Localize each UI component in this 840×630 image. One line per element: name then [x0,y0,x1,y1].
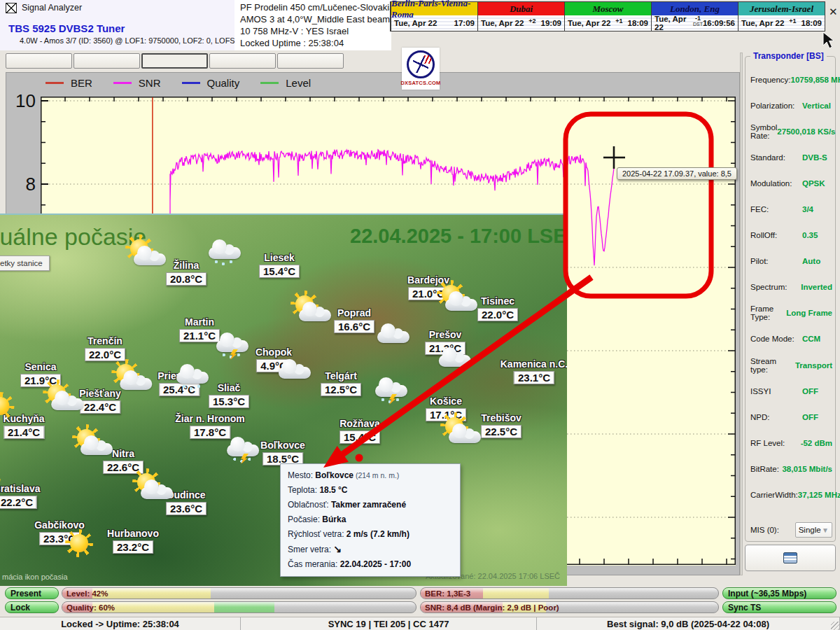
chart-legend: BER SNR Quality Level [46,77,311,89]
info-line-dish: PF Prodelin 450 cm/Lučenec-Slovakia [240,1,391,13]
map-town[interactable]: Prešov 21.3°C [425,329,465,355]
device-subtitle: 4.0W - Amos 3/7 (ID: 3560) @ LOF1: 97500… [20,36,251,45]
resize-grip[interactable] [831,622,839,630]
map-town[interactable]: Nitra 22.6°C [103,448,144,474]
clock-body: Tue, Apr 22 -1 DST 16:09:56 [652,15,738,31]
map-town[interactable]: Liesek 15.4°C [259,252,300,278]
map-town[interactable]: Bratislava 22.2°C [0,483,40,509]
town-name: Hurbanovo [107,528,159,539]
clock-panel: Dubai Tue, Apr 22 +2 19:09 [477,2,564,31]
transponder-row: FEC: 3/4 [750,196,832,222]
sync-ts-indicator: Sync TS [722,601,836,613]
map-town[interactable]: Senica 21.9°C [20,361,61,387]
station-info-row: Mesto: Boľkovce (214 m n. m.) [288,468,453,483]
clock-time: 16:09:56 [703,19,735,27]
town-temperature: 23.3°C [39,532,80,545]
town-temperature: 22.0°C [85,348,125,361]
panel-splitter[interactable] [740,52,743,575]
map-town[interactable]: Martin 21.1°C [179,316,220,342]
dxsatcs-logo: DXSATCS.COM [402,48,440,90]
map-town[interactable]: Telgárt 12.5°C [321,370,361,396]
map-town[interactable]: Gabčíkovo 23.3°C [34,519,85,545]
map-town[interactable]: Dudince 23.6°C [166,489,206,515]
transponder-label: Stream type: [750,357,795,374]
town-temperature: 17.1°C [426,408,466,421]
clock-panel: Jerusalem-Israel Tue, Apr 22 +1 18:09 [738,2,825,31]
clock-date: Tue, Apr 22 [394,19,437,27]
town-name: Bardejov [407,274,449,286]
map-town[interactable]: Chopok 4.9°C [255,346,292,372]
clock-panel: London, Eng Tue, Apr 22 -1 DST 16:09:56 [651,2,738,31]
clocks-close-button[interactable]: ✕ [829,6,838,18]
chart-tooltip: 2025-04-22 17.09.37, value: 8,5 [617,167,737,180]
map-town[interactable]: Kamenica n.C. 23.1°C [500,358,567,384]
map-town[interactable]: Prievidza 25.4°C [158,370,200,396]
map-town[interactable]: Tisinec 22.0°C [477,295,518,321]
signal-waves-icon [424,55,431,64]
transponder-value: DVB-S [802,153,827,162]
map-town[interactable]: Trebišov 22.5°C [481,412,522,438]
map-town[interactable]: Boľkovce 18.5°C [260,440,305,465]
town-name: Rožňava [340,418,380,429]
map-town[interactable]: Trenčín 22.0°C [85,335,125,361]
lock-indicator: Lock [5,601,59,613]
legend-label: Quality [207,77,240,89]
map-town[interactable]: Žilina 20.8°C [166,260,206,286]
town-name: Kamenica n.C. [500,358,567,370]
town-name: Prešov [429,329,462,340]
map-town[interactable]: Piešťany 22.4°C [79,388,121,414]
transponder-row: NPD: OFF [750,404,832,430]
transponder-value: 3/4 [802,205,813,214]
transponder-label: Standard: [750,153,802,162]
town-name: Trenčín [88,335,122,346]
level-meter-label: Level: 42% [66,588,108,598]
map-town[interactable]: Bardejov 21.0°C [407,274,449,300]
transponder-value: 10759,858 MHz [791,76,840,84]
transponder-label: BitRate: [750,465,782,473]
tab[interactable] [6,53,72,69]
tab[interactable] [141,53,208,69]
transponder-label: RollOff: [750,231,802,239]
town-name: Prievidza [158,370,200,382]
clock-body: Tue, Apr 22 +1 18:09 [738,15,825,31]
town-temperature: 15.4°C [340,430,380,444]
all-stations-button[interactable]: etky stanice [0,255,50,271]
chevron-down-icon: ▼ [822,526,829,534]
transponder-row: Standard: DVB-S [750,144,832,170]
app-icon [6,3,17,13]
town-temperature: 12.5°C [321,383,361,396]
legend-label: BER [71,77,92,89]
map-title-partial: tuálne počasie [0,223,146,251]
info-value: 2 m/s (7.2 km/h) [346,529,410,539]
status-sync-counters: SYNC 19 | TEI 205 | CC 1477 [241,617,537,630]
map-town[interactable]: Rožňava 15.4°C [340,418,380,444]
info-value: 18.5 °C [319,485,347,495]
level-meter: Level: 42% [62,587,416,599]
mis-select[interactable]: Single ▼ [795,522,832,538]
info-label: Rýchlosť vetra: [288,529,346,539]
station-info-box: Mesto: Boľkovce (214 m n. m.) Teplota: 1… [280,463,461,577]
mode-tabs [6,53,344,69]
ber-meter: BER: 1,3E-3 [420,587,719,599]
legend-color-swatch [46,82,64,84]
tab[interactable] [277,53,344,69]
map-town[interactable]: Sliač 15.3°C [209,382,249,408]
map-town[interactable]: Kuchyňa 21.4°C [3,413,44,439]
map-town[interactable]: Žiar n. Hronom 17.8°C [175,413,245,439]
clock-city-label: Moscow [565,2,651,15]
map-town[interactable]: Hurbanovo 23.2°C [107,528,159,554]
transponder-label: CarrierWidth: [750,491,798,499]
transponder-value: -52 dBm [801,439,832,447]
map-town[interactable]: Poprad 16.6°C [334,307,374,333]
tab[interactable] [74,53,140,69]
map-town[interactable]: Košice 17.1°C [426,396,466,421]
transponder-label: Symbol Rate: [750,123,777,140]
map-icons-note-partial: mácia ikon počasia [2,573,68,581]
transponder-label: Spectrum: [750,283,801,291]
station-info-row: Smer vetra: ↘ [288,542,453,557]
panel-action-button[interactable] [745,545,836,571]
transponder-value: Auto [802,257,820,265]
info-label: Teplota: [288,485,319,495]
town-name: Žilina [174,260,200,271]
tab[interactable] [209,53,276,69]
